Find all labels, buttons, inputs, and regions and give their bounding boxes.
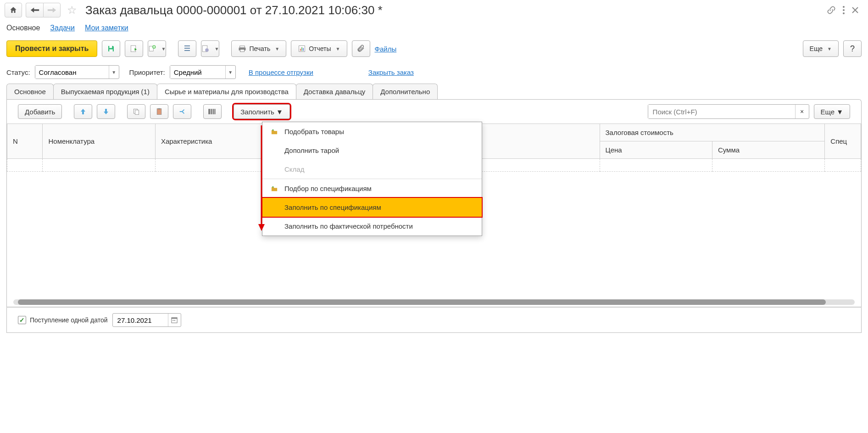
svg-rect-17 [300, 49, 301, 51]
svg-rect-9 [184, 48, 190, 49]
date-field[interactable] [113, 316, 168, 324]
save-button[interactable] [102, 40, 120, 57]
tab-products[interactable]: Выпускаемая продукция (1) [53, 84, 157, 99]
tab-main[interactable]: Основное [6, 84, 54, 99]
page-title: Заказ давальца 0000-000001 от 27.10.2021… [85, 3, 823, 17]
status-input[interactable] [35, 66, 109, 79]
post-button[interactable] [125, 40, 143, 57]
more-button[interactable]: Еще ▼ [803, 40, 839, 57]
col-price[interactable]: Цена [600, 141, 712, 159]
close-icon[interactable] [851, 6, 859, 14]
menu-pick-goods[interactable]: Подобрать товары [262, 122, 482, 141]
svg-point-0 [843, 6, 845, 8]
search-clear-icon[interactable]: × [795, 105, 809, 118]
status-label: Статус: [6, 68, 30, 76]
svg-point-2 [843, 12, 845, 14]
svg-rect-13 [240, 46, 245, 48]
priority-combo[interactable]: ▼ [170, 65, 236, 79]
fill-dropdown-menu: Подобрать товары Дополнить тарой Склад П… [262, 122, 482, 236]
svg-rect-18 [301, 47, 302, 51]
col-spec[interactable]: Спец [825, 124, 861, 159]
svg-rect-4 [110, 50, 113, 52]
shipping-status-link[interactable]: В процессе отгрузки [249, 68, 313, 76]
copy-button[interactable] [127, 104, 145, 119]
svg-rect-23 [158, 108, 161, 109]
add-row-button[interactable]: Добавить [18, 104, 62, 119]
nav-tasks[interactable]: Задачи [50, 24, 75, 32]
attach-button[interactable] [352, 40, 370, 57]
svg-rect-32 [273, 186, 274, 187]
favorite-star-icon[interactable]: ☆ [67, 4, 77, 17]
tab-delivery[interactable]: Доставка давальцу [296, 84, 373, 99]
svg-rect-25 [210, 109, 210, 114]
col-n[interactable]: N [7, 124, 43, 159]
structure-button[interactable] [178, 40, 196, 57]
svg-rect-3 [110, 46, 112, 48]
menu-fill-actual[interactable]: Заполнить по фактической потребности [262, 217, 482, 236]
move-up-button[interactable] [74, 104, 92, 119]
svg-rect-36 [174, 320, 175, 321]
svg-rect-27 [212, 109, 213, 114]
folder-green-icon [271, 186, 279, 192]
svg-rect-28 [214, 109, 215, 114]
svg-rect-15 [240, 50, 245, 52]
settings-button[interactable]: ▼ [201, 40, 219, 57]
sub-more-button[interactable]: Еще ▼ [814, 104, 850, 119]
post-and-close-button[interactable]: Провести и закрыть [6, 40, 97, 57]
horizontal-scrollbar[interactable] [13, 299, 855, 305]
svg-rect-8 [184, 45, 190, 46]
help-button[interactable]: ? [843, 40, 862, 57]
home-button[interactable] [5, 3, 22, 17]
barcode-button[interactable] [203, 104, 222, 119]
tab-additional[interactable]: Дополнительно [373, 84, 438, 99]
svg-rect-29 [215, 109, 216, 114]
menu-warehouse: Склад [262, 160, 482, 179]
priority-label: Приоритет: [129, 68, 165, 76]
col-collateral[interactable]: Залоговая стоимость [600, 124, 825, 141]
menu-fill-spec[interactable]: Заполнить по спецификациям [262, 198, 482, 217]
single-date-checkbox[interactable]: ✓ [18, 316, 26, 324]
create-based-button[interactable]: ▼ [148, 40, 166, 57]
tab-materials[interactable]: Сырье и материалы для производства [157, 84, 296, 99]
calendar-icon[interactable] [168, 314, 181, 326]
svg-rect-35 [173, 320, 174, 321]
svg-rect-22 [157, 109, 161, 115]
col-nomenclature[interactable]: Номенклатура [43, 124, 155, 159]
svg-rect-10 [184, 50, 190, 51]
date-input-group[interactable] [112, 313, 181, 327]
split-button[interactable] [173, 104, 191, 119]
search-box[interactable]: × [648, 104, 809, 119]
kebab-menu-icon[interactable] [842, 6, 845, 15]
close-order-link[interactable]: Закрыть заказ [368, 68, 414, 76]
scroll-thumb[interactable] [18, 299, 826, 305]
svg-rect-31 [273, 129, 274, 130]
single-date-label: Поступление одной датой [30, 316, 108, 324]
fill-button[interactable]: Заполнить ▼ [234, 104, 290, 119]
link-icon[interactable] [827, 6, 836, 15]
reports-button[interactable]: Отчеты ▼ [291, 40, 347, 57]
folder-green-icon [271, 129, 279, 135]
search-input[interactable] [648, 105, 795, 118]
move-down-button[interactable] [97, 104, 115, 119]
svg-rect-26 [211, 109, 212, 114]
svg-rect-24 [209, 109, 210, 114]
nav-notes[interactable]: Мои заметки [85, 24, 128, 32]
status-dropdown-icon[interactable]: ▼ [109, 66, 119, 79]
paste-button[interactable] [150, 104, 168, 119]
priority-input[interactable] [170, 66, 225, 79]
files-link[interactable]: Файлы [375, 45, 397, 53]
col-sum[interactable]: Сумма [712, 141, 824, 159]
print-button[interactable]: Печать ▼ [231, 40, 286, 57]
forward-button[interactable] [43, 3, 61, 17]
col-characteristic[interactable]: Характеристика [155, 124, 267, 159]
svg-rect-19 [303, 48, 304, 51]
menu-add-tare[interactable]: Дополнить тарой [262, 141, 482, 160]
priority-dropdown-icon[interactable]: ▼ [225, 66, 235, 79]
svg-rect-21 [135, 110, 139, 115]
status-combo[interactable]: ▼ [35, 65, 119, 79]
menu-pick-spec[interactable]: Подбор по спецификациям [262, 179, 482, 198]
svg-rect-34 [172, 318, 177, 319]
svg-point-12 [206, 48, 209, 52]
nav-main[interactable]: Основное [6, 24, 40, 32]
back-button[interactable] [26, 3, 43, 17]
